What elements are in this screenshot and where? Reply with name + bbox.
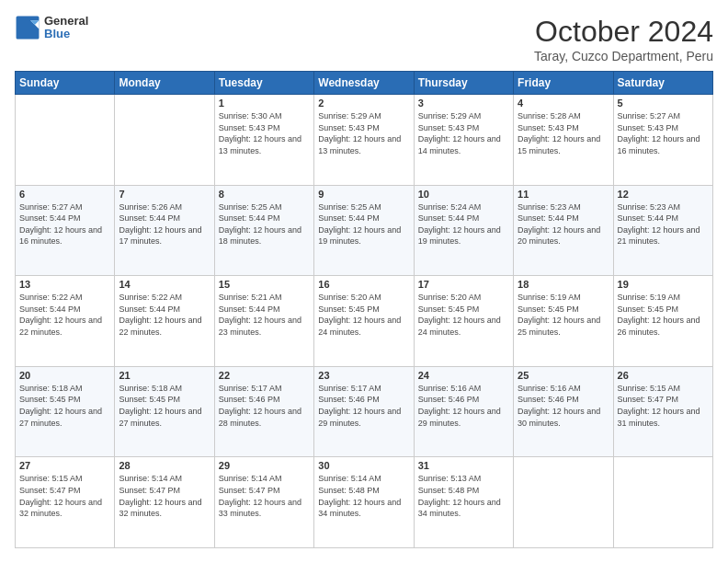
day-number: 20 — [19, 370, 110, 381]
calendar-cell: 24 Sunrise: 5:16 AMSunset: 5:46 PMDaylig… — [414, 366, 513, 457]
day-number: 24 — [418, 370, 509, 381]
calendar-cell: 14 Sunrise: 5:22 AMSunset: 5:44 PMDaylig… — [115, 276, 214, 367]
col-saturday: Saturday — [613, 72, 712, 95]
day-detail: Sunrise: 5:17 AMSunset: 5:46 PMDaylight:… — [219, 383, 310, 429]
day-detail: Sunrise: 5:13 AMSunset: 5:48 PMDaylight:… — [418, 473, 509, 519]
col-tuesday: Tuesday — [214, 72, 313, 95]
calendar-cell: 21 Sunrise: 5:18 AMSunset: 5:45 PMDaylig… — [115, 366, 214, 457]
calendar-cell: 12 Sunrise: 5:23 AMSunset: 5:44 PMDaylig… — [613, 185, 712, 276]
calendar-cell: 23 Sunrise: 5:17 AMSunset: 5:46 PMDaylig… — [314, 366, 414, 457]
day-number: 16 — [318, 279, 409, 290]
svg-rect-0 — [17, 17, 40, 40]
page-title: October 2024 — [534, 15, 713, 49]
col-sunday: Sunday — [16, 72, 115, 95]
calendar-cell: 20 Sunrise: 5:18 AMSunset: 5:45 PMDaylig… — [16, 366, 115, 457]
day-detail: Sunrise: 5:23 AMSunset: 5:44 PMDaylight:… — [518, 201, 609, 247]
calendar-cell: 30 Sunrise: 5:14 AMSunset: 5:48 PMDaylig… — [314, 457, 414, 548]
day-number: 30 — [318, 460, 409, 471]
calendar-week-2: 13 Sunrise: 5:22 AMSunset: 5:44 PMDaylig… — [16, 276, 713, 367]
col-friday: Friday — [514, 72, 613, 95]
logo: General Blue — [15, 15, 88, 41]
day-detail: Sunrise: 5:14 AMSunset: 5:48 PMDaylight:… — [318, 473, 409, 519]
day-detail: Sunrise: 5:14 AMSunset: 5:47 PMDaylight:… — [219, 473, 310, 519]
day-number: 21 — [119, 370, 210, 381]
day-number: 3 — [418, 98, 509, 109]
day-detail: Sunrise: 5:22 AMSunset: 5:44 PMDaylight:… — [19, 292, 110, 338]
calendar-cell: 25 Sunrise: 5:16 AMSunset: 5:46 PMDaylig… — [514, 366, 613, 457]
calendar-cell: 2 Sunrise: 5:29 AMSunset: 5:43 PMDayligh… — [314, 95, 414, 186]
day-number: 29 — [219, 460, 310, 471]
logo-icon — [15, 15, 40, 40]
logo-blue: Blue — [44, 28, 88, 40]
calendar-cell: 11 Sunrise: 5:23 AMSunset: 5:44 PMDaylig… — [514, 185, 613, 276]
day-number: 27 — [19, 460, 110, 471]
day-detail: Sunrise: 5:27 AMSunset: 5:43 PMDaylight:… — [618, 110, 709, 156]
page: General Blue October 2024 Taray, Cuzco D… — [0, 0, 728, 563]
day-number: 5 — [618, 98, 709, 109]
header: General Blue October 2024 Taray, Cuzco D… — [15, 15, 713, 63]
day-detail: Sunrise: 5:20 AMSunset: 5:45 PMDaylight:… — [418, 292, 509, 338]
calendar-cell: 26 Sunrise: 5:15 AMSunset: 5:47 PMDaylig… — [613, 366, 712, 457]
calendar-cell: 4 Sunrise: 5:28 AMSunset: 5:43 PMDayligh… — [514, 95, 613, 186]
day-detail: Sunrise: 5:14 AMSunset: 5:47 PMDaylight:… — [119, 473, 210, 519]
calendar-week-1: 6 Sunrise: 5:27 AMSunset: 5:44 PMDayligh… — [16, 185, 713, 276]
day-number: 15 — [219, 279, 310, 290]
logo-general: General — [44, 15, 88, 28]
col-monday: Monday — [115, 72, 214, 95]
calendar-cell: 9 Sunrise: 5:25 AMSunset: 5:44 PMDayligh… — [314, 185, 414, 276]
day-number: 10 — [418, 189, 509, 200]
day-number: 14 — [119, 279, 210, 290]
day-number: 28 — [119, 460, 210, 471]
calendar-cell — [514, 457, 613, 548]
day-detail: Sunrise: 5:29 AMSunset: 5:43 PMDaylight:… — [418, 110, 509, 156]
day-number: 11 — [518, 189, 609, 200]
calendar-body: 1 Sunrise: 5:30 AMSunset: 5:43 PMDayligh… — [16, 95, 713, 548]
day-number: 7 — [119, 189, 210, 200]
calendar-cell: 6 Sunrise: 5:27 AMSunset: 5:44 PMDayligh… — [16, 185, 115, 276]
day-number: 22 — [219, 370, 310, 381]
day-detail: Sunrise: 5:16 AMSunset: 5:46 PMDaylight:… — [418, 383, 509, 429]
day-detail: Sunrise: 5:18 AMSunset: 5:45 PMDaylight:… — [19, 383, 110, 429]
day-detail: Sunrise: 5:22 AMSunset: 5:44 PMDaylight:… — [119, 292, 210, 338]
calendar-week-3: 20 Sunrise: 5:18 AMSunset: 5:45 PMDaylig… — [16, 366, 713, 457]
day-number: 4 — [518, 98, 609, 109]
day-detail: Sunrise: 5:28 AMSunset: 5:43 PMDaylight:… — [518, 110, 609, 156]
calendar-cell: 18 Sunrise: 5:19 AMSunset: 5:45 PMDaylig… — [514, 276, 613, 367]
calendar-week-0: 1 Sunrise: 5:30 AMSunset: 5:43 PMDayligh… — [16, 95, 713, 186]
calendar-cell: 7 Sunrise: 5:26 AMSunset: 5:44 PMDayligh… — [115, 185, 214, 276]
col-wednesday: Wednesday — [314, 72, 414, 95]
day-detail: Sunrise: 5:23 AMSunset: 5:44 PMDaylight:… — [618, 201, 709, 247]
logo-text: General Blue — [44, 15, 88, 41]
day-detail: Sunrise: 5:26 AMSunset: 5:44 PMDaylight:… — [119, 201, 210, 247]
calendar-cell: 16 Sunrise: 5:20 AMSunset: 5:45 PMDaylig… — [314, 276, 414, 367]
calendar-week-4: 27 Sunrise: 5:15 AMSunset: 5:47 PMDaylig… — [16, 457, 713, 548]
day-number: 9 — [318, 189, 409, 200]
calendar-cell: 19 Sunrise: 5:19 AMSunset: 5:45 PMDaylig… — [613, 276, 712, 367]
header-row: Sunday Monday Tuesday Wednesday Thursday… — [16, 72, 713, 95]
calendar-cell: 8 Sunrise: 5:25 AMSunset: 5:44 PMDayligh… — [214, 185, 313, 276]
calendar-cell: 28 Sunrise: 5:14 AMSunset: 5:47 PMDaylig… — [115, 457, 214, 548]
day-number: 6 — [19, 189, 110, 200]
calendar-cell — [16, 95, 115, 186]
calendar-header: Sunday Monday Tuesday Wednesday Thursday… — [16, 72, 713, 95]
calendar-cell — [115, 95, 214, 186]
day-number: 31 — [418, 460, 509, 471]
day-number: 1 — [219, 98, 310, 109]
calendar-cell: 27 Sunrise: 5:15 AMSunset: 5:47 PMDaylig… — [16, 457, 115, 548]
calendar-cell — [613, 457, 712, 548]
day-detail: Sunrise: 5:25 AMSunset: 5:44 PMDaylight:… — [318, 201, 409, 247]
title-block: October 2024 Taray, Cuzco Department, Pe… — [534, 15, 713, 63]
calendar-cell: 17 Sunrise: 5:20 AMSunset: 5:45 PMDaylig… — [414, 276, 513, 367]
day-detail: Sunrise: 5:24 AMSunset: 5:44 PMDaylight:… — [418, 201, 509, 247]
day-detail: Sunrise: 5:18 AMSunset: 5:45 PMDaylight:… — [119, 383, 210, 429]
day-number: 25 — [518, 370, 609, 381]
day-detail: Sunrise: 5:30 AMSunset: 5:43 PMDaylight:… — [219, 110, 310, 156]
calendar-cell: 22 Sunrise: 5:17 AMSunset: 5:46 PMDaylig… — [214, 366, 313, 457]
day-number: 8 — [219, 189, 310, 200]
calendar-cell: 15 Sunrise: 5:21 AMSunset: 5:44 PMDaylig… — [214, 276, 313, 367]
day-detail: Sunrise: 5:17 AMSunset: 5:46 PMDaylight:… — [318, 383, 409, 429]
calendar-cell: 5 Sunrise: 5:27 AMSunset: 5:43 PMDayligh… — [613, 95, 712, 186]
day-number: 13 — [19, 279, 110, 290]
day-number: 18 — [518, 279, 609, 290]
day-detail: Sunrise: 5:19 AMSunset: 5:45 PMDaylight:… — [618, 292, 709, 338]
